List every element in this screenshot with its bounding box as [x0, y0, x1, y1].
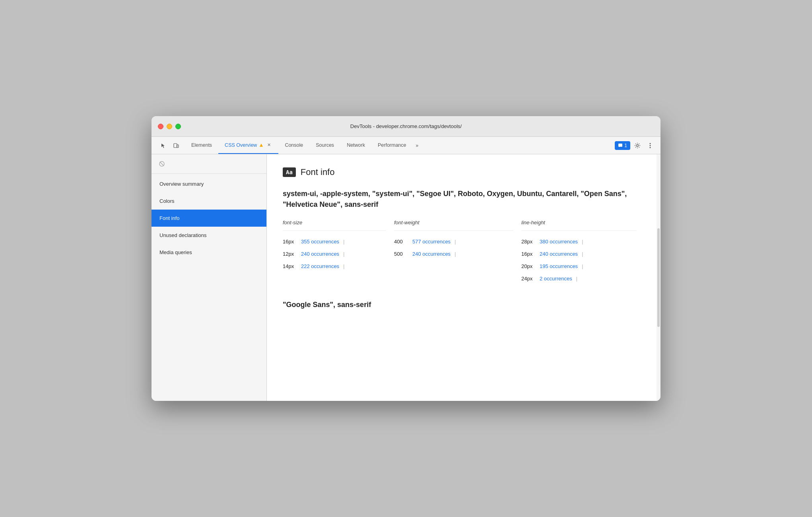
- tab-close-button[interactable]: ✕: [266, 142, 272, 148]
- scrollbar-track[interactable]: [657, 154, 660, 401]
- bar-indicator: |: [455, 251, 456, 257]
- line-height-value: 28px: [521, 239, 536, 245]
- line-height-value: 24px: [521, 276, 536, 282]
- settings-icon[interactable]: [632, 140, 643, 151]
- sidebar-header: [152, 154, 266, 174]
- tab-elements[interactable]: Elements: [185, 137, 218, 154]
- line-height-column: line-height 28px 380 occurrences | 16px …: [521, 220, 645, 285]
- section-header: Aa Font info: [283, 167, 645, 177]
- line-height-header: line-height: [521, 220, 637, 231]
- line-height-occurrences-link[interactable]: 2 occurrences: [540, 276, 572, 282]
- window-title: DevTools - developer.chrome.com/tags/dev…: [350, 123, 462, 129]
- font-weight-value: 400: [394, 239, 408, 245]
- font-table: font-size 16px 355 occurrences | 12px 24…: [283, 220, 645, 285]
- svg-point-3: [637, 144, 639, 146]
- font-weight-row-500: 500 240 occurrences |: [394, 248, 513, 260]
- line-height-row-24: 24px 2 occurrences |: [521, 272, 637, 285]
- main-area: Overview summary Colors Font info Unused…: [152, 154, 660, 401]
- tabs-container: Elements CSS Overview ✕ Console Sources …: [185, 137, 610, 154]
- line-height-occurrences-link[interactable]: 380 occurrences: [540, 239, 578, 245]
- bar-indicator: |: [576, 276, 577, 282]
- font-size-occurrences-link[interactable]: 222 occurrences: [301, 263, 339, 269]
- bar-indicator: |: [582, 239, 583, 245]
- tab-css-overview[interactable]: CSS Overview ✕: [218, 137, 278, 154]
- svg-point-4: [650, 143, 651, 144]
- font-entry-google-sans: "Google Sans", sans-serif: [283, 301, 645, 309]
- bar-indicator: |: [343, 251, 344, 257]
- bar-indicator: |: [455, 239, 456, 245]
- font-family-name: system-ui, -apple-system, "system-ui", "…: [283, 189, 645, 210]
- sidebar-item-unused-declarations[interactable]: Unused declarations: [152, 227, 266, 244]
- font-size-row-16: 16px 355 occurrences |: [283, 235, 386, 248]
- bar-indicator: |: [343, 239, 344, 245]
- font-size-row-12: 12px 240 occurrences |: [283, 248, 386, 260]
- line-height-row-28: 28px 380 occurrences |: [521, 235, 637, 248]
- font-info-icon: Aa: [283, 167, 296, 177]
- svg-point-6: [650, 147, 651, 148]
- svg-line-8: [160, 162, 164, 166]
- sidebar-nav: Overview summary Colors Font info Unused…: [152, 174, 266, 262]
- tab-network[interactable]: Network: [340, 137, 371, 154]
- font-size-row-14: 14px 222 occurrences |: [283, 260, 386, 272]
- sidebar: Overview summary Colors Font info Unused…: [152, 154, 267, 401]
- tab-bar: Elements CSS Overview ✕ Console Sources …: [152, 137, 660, 154]
- font-weight-value: 500: [394, 251, 408, 257]
- font-size-value: 16px: [283, 239, 297, 245]
- warning-icon: [259, 143, 263, 147]
- content-inner: Aa Font info system-ui, -apple-system, "…: [267, 154, 660, 322]
- svg-point-5: [650, 145, 651, 146]
- font-weight-header: font-weight: [394, 220, 513, 231]
- sidebar-item-font-info[interactable]: Font info: [152, 210, 266, 227]
- chat-icon: [618, 143, 623, 148]
- font-size-value: 14px: [283, 263, 297, 269]
- bar-indicator: |: [582, 264, 583, 269]
- more-options-icon[interactable]: [645, 140, 656, 151]
- font-size-header: font-size: [283, 220, 386, 231]
- font-entry-system-ui: system-ui, -apple-system, "system-ui", "…: [283, 189, 645, 285]
- tab-performance[interactable]: Performance: [371, 137, 413, 154]
- second-font-family-name: "Google Sans", sans-serif: [283, 301, 645, 309]
- line-height-value: 20px: [521, 263, 536, 269]
- line-height-occurrences-link[interactable]: 240 occurrences: [540, 251, 578, 257]
- sidebar-item-media-queries[interactable]: Media queries: [152, 244, 266, 261]
- scrollbar-thumb[interactable]: [657, 228, 660, 327]
- font-weight-column: font-weight 400 577 occurrences | 500 24…: [394, 220, 521, 285]
- tab-sources[interactable]: Sources: [309, 137, 340, 154]
- font-size-column: font-size 16px 355 occurrences | 12px 24…: [283, 220, 394, 285]
- more-tabs-button[interactable]: »: [413, 137, 422, 154]
- devtools-window: DevTools - developer.chrome.com/tags/dev…: [152, 116, 660, 401]
- svg-rect-1: [177, 145, 179, 148]
- sidebar-item-colors[interactable]: Colors: [152, 192, 266, 210]
- bar-indicator: |: [343, 264, 344, 269]
- line-height-value: 16px: [521, 251, 536, 257]
- font-weight-occurrences-link[interactable]: 240 occurrences: [412, 251, 451, 257]
- title-bar: DevTools - developer.chrome.com/tags/dev…: [152, 116, 660, 137]
- sidebar-item-overview-summary[interactable]: Overview summary: [152, 175, 266, 192]
- tab-console[interactable]: Console: [278, 137, 309, 154]
- font-size-occurrences-link[interactable]: 355 occurrences: [301, 239, 339, 245]
- bar-indicator: |: [582, 251, 583, 257]
- maximize-button[interactable]: [175, 124, 181, 129]
- line-height-row-20: 20px 195 occurrences |: [521, 260, 637, 272]
- cursor-icon[interactable]: [158, 140, 169, 151]
- feedback-button[interactable]: 1: [615, 141, 630, 150]
- block-icon[interactable]: [156, 158, 167, 169]
- tab-bar-actions: 1: [610, 137, 660, 154]
- section-title: Font info: [301, 167, 335, 177]
- minimize-button[interactable]: [167, 124, 172, 129]
- font-weight-occurrences-link[interactable]: 577 occurrences: [412, 239, 451, 245]
- device-icon[interactable]: [171, 140, 182, 151]
- svg-rect-0: [174, 144, 177, 148]
- traffic-lights: [158, 124, 181, 129]
- font-size-value: 12px: [283, 251, 297, 257]
- line-height-row-16: 16px 240 occurrences |: [521, 248, 637, 260]
- font-weight-row-400: 400 577 occurrences |: [394, 235, 513, 248]
- line-height-occurrences-link[interactable]: 195 occurrences: [540, 263, 578, 269]
- content-area: Aa Font info system-ui, -apple-system, "…: [267, 154, 660, 401]
- devtools-icons: [155, 137, 185, 154]
- font-size-occurrences-link[interactable]: 240 occurrences: [301, 251, 339, 257]
- close-button[interactable]: [158, 124, 163, 129]
